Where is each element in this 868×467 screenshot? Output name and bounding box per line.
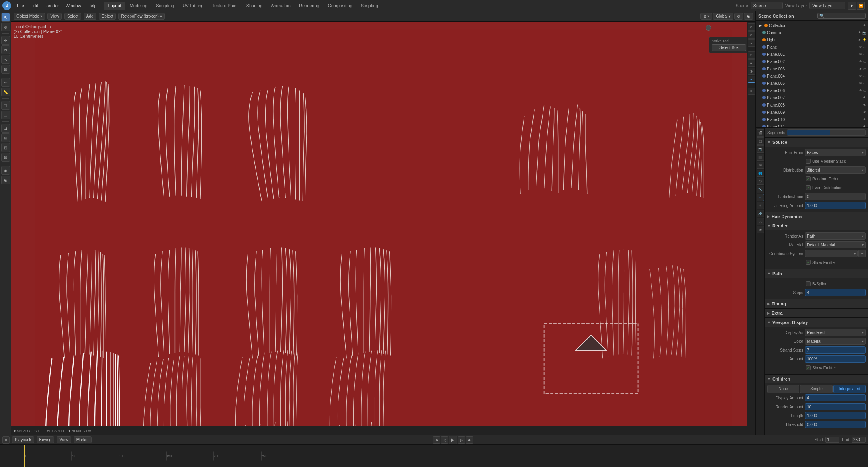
- play-btn[interactable]: ▶: [449, 436, 457, 444]
- outliner-item-plane[interactable]: Plane 👁 ▭: [756, 43, 868, 51]
- measure-btn[interactable]: 📏: [1, 88, 10, 96]
- prop-constraints-icon[interactable]: 🔗: [757, 210, 764, 217]
- render-amount-value[interactable]: 10: [805, 403, 866, 410]
- particles-face-value[interactable]: 0: [805, 193, 866, 200]
- tab-sculpting[interactable]: Sculpting: [152, 2, 178, 10]
- prop-scene-icon[interactable]: 🎬: [757, 129, 764, 137]
- transform-tool-btn[interactable]: ⊞: [1, 65, 10, 74]
- next-frame-btn[interactable]: ▷: [458, 436, 465, 444]
- extra-btn-4[interactable]: ⊟: [1, 153, 10, 162]
- vp-filter-icon[interactable]: ⊙: [748, 23, 755, 31]
- plane006-visible[interactable]: 👁: [859, 89, 862, 92]
- outliner-item-plane006[interactable]: Plane.006 👁 ▭: [756, 87, 868, 94]
- outliner-item-plane002[interactable]: Plane.002 👁 ▭: [756, 58, 868, 65]
- gizmo-persp[interactable]: [706, 25, 711, 31]
- outliner-item-plane007[interactable]: Plane.007 👁: [756, 94, 868, 101]
- blender-logo[interactable]: B: [2, 1, 11, 10]
- outliner-item-plane011[interactable]: Plane.011 👁: [756, 123, 868, 127]
- view-btn[interactable]: View: [57, 436, 71, 443]
- outliner-item-plane004[interactable]: Plane.004 👁 ▭: [756, 72, 868, 80]
- viewport-select-btn[interactable]: Select: [64, 13, 81, 20]
- collection-visible[interactable]: 👁: [863, 24, 866, 27]
- move-tool-btn[interactable]: ✛: [1, 36, 10, 45]
- prop-world-icon[interactable]: 🌐: [757, 170, 764, 177]
- transform-space-btn[interactable]: Global: [713, 13, 733, 20]
- vp-render-rendered-icon[interactable]: ●: [748, 76, 755, 83]
- camera-render[interactable]: 📷: [862, 31, 866, 35]
- object-mode-btn[interactable]: Object Mode: [14, 13, 45, 20]
- outliner-item-collection[interactable]: ▶ Collection 👁: [756, 22, 868, 29]
- annotate-btn[interactable]: ✏: [1, 78, 10, 87]
- threshold-value[interactable]: 0.000: [805, 421, 866, 428]
- tab-compositing[interactable]: Compositing: [324, 2, 356, 10]
- b-spline-checkbox[interactable]: [806, 281, 811, 286]
- proportional-btn[interactable]: ◉: [744, 13, 753, 20]
- display-as-dropdown[interactable]: Rendered ▾: [805, 329, 866, 336]
- render-show-emitter-checkbox[interactable]: [806, 260, 811, 265]
- tab-rendering[interactable]: Rendering: [295, 2, 323, 10]
- viewport-display-header[interactable]: ▼ Viewport Display: [765, 318, 868, 327]
- vp-amount-value[interactable]: 100%: [805, 355, 866, 363]
- render-image-btn[interactable]: ▶: [848, 2, 856, 10]
- jump-end-btn[interactable]: ⏭: [466, 436, 473, 444]
- tab-modeling[interactable]: Modeling: [126, 2, 152, 10]
- keying-btn[interactable]: Keying: [37, 436, 55, 443]
- prop-data-icon[interactable]: △: [757, 218, 764, 225]
- timeline-ruler[interactable]: 0 50 100 150 200 250: [0, 445, 868, 467]
- children-none-btn[interactable]: None: [767, 385, 799, 393]
- camera-visible[interactable]: 👁: [858, 31, 861, 35]
- even-distribution-checkbox[interactable]: [806, 185, 811, 190]
- vp-shading-icon[interactable]: ●: [748, 39, 755, 47]
- vp-overlay-icon[interactable]: ⊕: [748, 31, 755, 39]
- segments-slider[interactable]: [787, 129, 866, 136]
- tab-shading[interactable]: Shading: [242, 2, 266, 10]
- viewport-canvas[interactable]: Front Orthographic (2) Collection | Plan…: [11, 22, 755, 426]
- timing-section-header[interactable]: ▶ Timing: [765, 299, 868, 308]
- tab-scripting[interactable]: Scripting: [357, 2, 382, 10]
- plane001-visible[interactable]: 👁: [859, 53, 862, 56]
- extra-btn-2[interactable]: ⊞: [1, 133, 10, 142]
- plane005-render[interactable]: ▭: [863, 82, 866, 85]
- coord-system-dropdown[interactable]: ▾: [805, 250, 858, 257]
- plane-visible[interactable]: 👁: [859, 45, 862, 49]
- extra-btn-1[interactable]: ⊿: [1, 124, 10, 133]
- coord-system-edit-btn[interactable]: ✏: [858, 250, 866, 257]
- menu-window[interactable]: Window: [62, 2, 84, 9]
- scale-tool-btn[interactable]: ⤡: [1, 55, 10, 64]
- children-simple-btn[interactable]: Simple: [800, 385, 832, 393]
- use-modifier-stack-checkbox[interactable]: [806, 159, 811, 164]
- rotate-tool-btn[interactable]: ↻: [1, 45, 10, 54]
- retopo-btn[interactable]: RetopoFlow (broken): [118, 13, 164, 20]
- snap-btn[interactable]: ⊙: [734, 13, 743, 20]
- length-value[interactable]: 1.000: [805, 412, 866, 419]
- emit-from-dropdown[interactable]: Faces ▾: [805, 149, 866, 156]
- strand-steps-value[interactable]: 7: [805, 346, 866, 354]
- viewport-object-btn[interactable]: Object: [99, 13, 116, 20]
- marker-btn[interactable]: Marker: [74, 436, 92, 443]
- plane002-visible[interactable]: 👁: [859, 60, 862, 63]
- light-visible[interactable]: 👁: [858, 38, 861, 42]
- random-order-checkbox[interactable]: [806, 176, 811, 181]
- jittering-amount-value[interactable]: 1.000: [805, 202, 866, 209]
- source-section-header[interactable]: ▼ Source: [765, 138, 868, 147]
- jump-start-btn[interactable]: ⏮: [433, 436, 440, 444]
- pivot-btn[interactable]: ⊕: [700, 13, 712, 20]
- tab-uv-editing[interactable]: UV Editing: [178, 2, 207, 10]
- outliner-item-plane001[interactable]: Plane.001 👁 ▭: [756, 51, 868, 58]
- prev-frame-btn[interactable]: ◁: [441, 436, 448, 444]
- scene-input[interactable]: [751, 2, 783, 9]
- path-section-header[interactable]: ▼ Path: [765, 269, 868, 278]
- prop-renderlayer-icon[interactable]: ◫: [757, 137, 764, 145]
- plane009-visible[interactable]: 👁: [863, 111, 866, 114]
- extra-btn-6[interactable]: ◉: [1, 176, 10, 184]
- prop-object-icon[interactable]: ⬡: [757, 178, 764, 185]
- extra-btn-5[interactable]: ◈: [1, 166, 10, 175]
- children-section-header[interactable]: ▼ Children: [765, 375, 868, 383]
- prop-view-icon[interactable]: 👁: [757, 162, 764, 169]
- outliner-item-plane009[interactable]: Plane.009 👁: [756, 109, 868, 116]
- prop-render-icon[interactable]: 📷: [757, 145, 764, 153]
- add-box-btn[interactable]: □: [1, 101, 10, 110]
- menu-render[interactable]: Render: [41, 2, 62, 9]
- select-tool-btn[interactable]: ↖: [1, 13, 10, 22]
- prop-particles-icon[interactable]: ⁘: [757, 194, 764, 201]
